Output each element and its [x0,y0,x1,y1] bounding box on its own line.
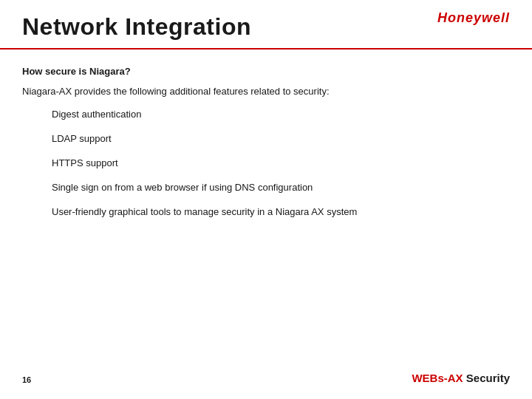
list-item: LDAP support [52,133,510,144]
feature-list: Digest authentication LDAP support HTTPS… [52,109,510,217]
list-item: Single sign on from a web browser if usi… [52,182,510,193]
honeywell-logo: Honeywell [437,10,510,26]
list-item: User-friendly graphical tools to manage … [52,206,510,217]
footer-brand: WEBs-AX Security [412,372,510,384]
footer-area: 16 WEBs-AX Security [0,372,532,384]
security-question: How secure is Niagara? [22,66,510,77]
slide: Honeywell Network Integration How secure… [0,0,532,399]
list-item: Digest authentication [52,109,510,120]
content-area: How secure is Niagara? Niagara-AX provid… [0,50,532,217]
section-intro: Niagara-AX provides the following additi… [22,86,510,97]
brand-suffix: Security [463,372,510,384]
list-item: HTTPS support [52,157,510,168]
brand-highlight: WEBs-AX [412,372,463,384]
page-number: 16 [22,375,31,384]
